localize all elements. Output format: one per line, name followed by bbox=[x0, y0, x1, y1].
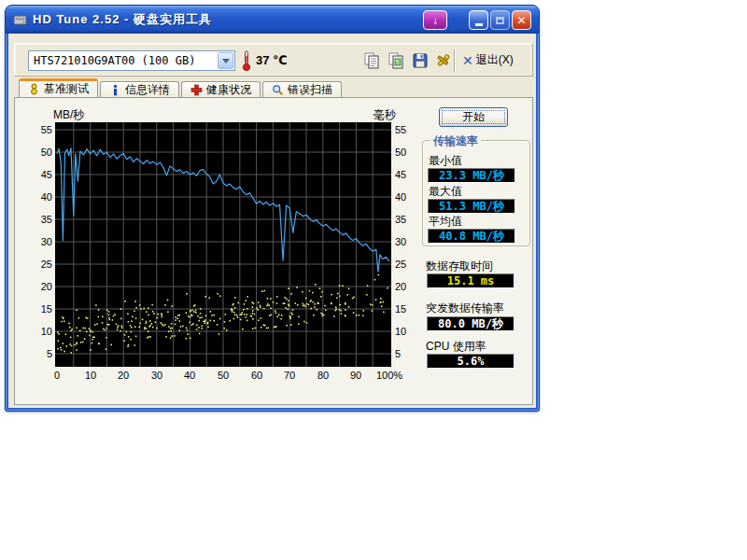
y-axis-tick-label: 20 bbox=[28, 280, 52, 293]
group-title: 传输速率 bbox=[430, 133, 481, 149]
y-axis-tick-label: 20 bbox=[395, 280, 406, 293]
benchmark-page: MB/秒 毫秒 555045403530252015105 5550454035… bbox=[14, 97, 533, 405]
max-label: 最大值 bbox=[429, 184, 462, 200]
right-axis-title: 毫秒 bbox=[360, 107, 396, 123]
y-axis-tick-label: 40 bbox=[395, 190, 406, 203]
drive-select-dropdown[interactable]: HTS721010G9AT00 (100 GB) bbox=[28, 50, 235, 71]
y-axis-tick-label: 10 bbox=[395, 325, 406, 338]
avg-value: 40.8 MB/秒 bbox=[428, 229, 515, 244]
hd-tune-window: HD Tune 2.52 - 硬盘实用工具 ↓ ✕ HTS721010G9AT0… bbox=[5, 5, 540, 412]
chevron-down-icon[interactable] bbox=[218, 52, 233, 69]
benchmark-icon bbox=[28, 83, 40, 95]
options-icon[interactable] bbox=[433, 51, 452, 70]
start-button[interactable]: 开始 bbox=[439, 107, 508, 127]
window-title: HD Tune 2.52 - 硬盘实用工具 bbox=[33, 11, 212, 28]
exit-x-icon: ✕ bbox=[462, 54, 473, 67]
exit-button[interactable]: ✕ 退出(X) bbox=[462, 52, 514, 68]
save-icon[interactable] bbox=[411, 51, 430, 70]
info-icon bbox=[109, 84, 121, 96]
y-axis-tick-label: 15 bbox=[28, 302, 52, 315]
y-axis-tick-label: 45 bbox=[28, 168, 52, 181]
y-axis-tick-label: 40 bbox=[28, 190, 52, 203]
maximize-button[interactable] bbox=[490, 10, 510, 30]
y-axis-tick-label: 25 bbox=[395, 258, 406, 271]
burst-rate-label: 突发数据传输率 bbox=[426, 301, 504, 316]
left-axis-title: MB/秒 bbox=[53, 107, 84, 123]
y-axis-tick-label: 55 bbox=[28, 123, 52, 136]
copy-image-icon[interactable] bbox=[387, 51, 405, 70]
x-axis-tick-label: 100% bbox=[369, 370, 410, 381]
tab-health[interactable]: 健康状况 bbox=[181, 81, 261, 97]
y-axis-tick-label: 35 bbox=[28, 213, 52, 226]
y-axis-tick-label: 15 bbox=[395, 302, 406, 315]
app-disk-icon bbox=[13, 12, 28, 27]
y-axis-tick-label: 10 bbox=[28, 325, 52, 338]
y-axis-tick-label: 50 bbox=[395, 146, 406, 159]
y-axis-tick-label: 55 bbox=[395, 123, 406, 136]
y-axis-tick-label: 5 bbox=[28, 347, 52, 360]
avg-label: 平均值 bbox=[429, 214, 462, 230]
update-button[interactable]: ↓ bbox=[423, 10, 447, 30]
y-axis-tick-label: 45 bbox=[395, 168, 406, 181]
error-scan-icon bbox=[272, 84, 284, 96]
max-value: 51.3 MB/秒 bbox=[428, 199, 515, 214]
y-axis-tick-label: 5 bbox=[395, 347, 401, 360]
y-axis-tick-label: 25 bbox=[28, 258, 52, 271]
title-bar[interactable]: HD Tune 2.52 - 硬盘实用工具 ↓ ✕ bbox=[6, 6, 539, 34]
burst-rate-value: 80.0 MB/秒 bbox=[427, 316, 514, 331]
min-value: 23.3 MB/秒 bbox=[428, 168, 515, 183]
temperature-readout: 37 ℃ bbox=[256, 53, 288, 67]
copy-text-icon[interactable] bbox=[362, 51, 381, 70]
access-time-label: 数据存取时间 bbox=[426, 259, 493, 274]
toolbar-separator bbox=[454, 49, 456, 72]
cpu-usage-value: 5.6% bbox=[427, 354, 514, 369]
min-label: 最小值 bbox=[429, 153, 462, 169]
y-axis-tick-label: 30 bbox=[28, 235, 52, 248]
toolbar: HTS721010G9AT00 (100 GB) 37 ℃ bbox=[14, 43, 533, 77]
drive-select-value: HTS721010G9AT00 (100 GB) bbox=[29, 54, 218, 67]
cpu-usage-label: CPU 使用率 bbox=[426, 339, 486, 355]
tab-strip: 基准测试 信息详情 健康状况 bbox=[19, 78, 344, 97]
y-axis-tick-label: 35 bbox=[395, 213, 406, 226]
benchmark-plot bbox=[55, 122, 391, 367]
minimize-button[interactable] bbox=[469, 10, 488, 30]
access-time-value: 15.1 ms bbox=[427, 273, 514, 288]
tab-error-scan[interactable]: 错误扫描 bbox=[262, 81, 342, 97]
transfer-rate-group: 传输速率 最小值 23.3 MB/秒 最大值 51.3 MB/秒 平均值 40.… bbox=[422, 140, 530, 246]
tab-benchmark[interactable]: 基准测试 bbox=[19, 78, 98, 97]
close-button[interactable]: ✕ bbox=[512, 10, 531, 30]
y-axis-tick-label: 50 bbox=[28, 146, 52, 159]
tab-info[interactable]: 信息详情 bbox=[100, 81, 179, 97]
health-icon bbox=[190, 84, 203, 96]
thermometer-icon bbox=[241, 49, 252, 72]
client-area: HTS721010G9AT00 (100 GB) 37 ℃ bbox=[8, 34, 536, 408]
y-axis-tick-label: 30 bbox=[395, 235, 406, 248]
